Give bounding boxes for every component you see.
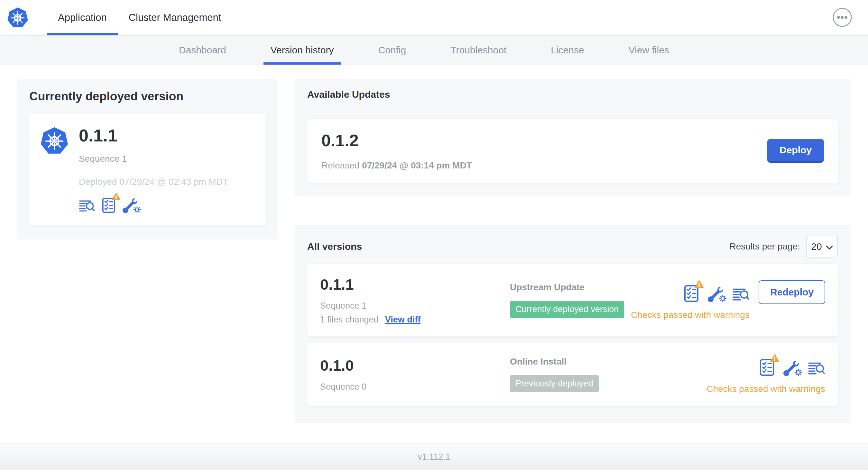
all-versions-header: All versions Results per page: 20: [307, 236, 838, 258]
available-updates-panel: Available Updates 0.1.2 Released 07/29/2…: [294, 79, 851, 196]
version-row-actions: Checks passed with warnings: [707, 354, 825, 394]
files-changed: 1 files changed View diff: [320, 315, 510, 325]
tab-troubleshoot[interactable]: Troubleshoot: [449, 36, 508, 65]
version-row-left: 0.1.0 Sequence 0: [320, 357, 510, 392]
primary-nav: Application Cluster Management: [47, 0, 232, 35]
version-row-middle: Online Install Previously deployed: [510, 357, 707, 392]
more-menu-button[interactable]: [832, 7, 852, 28]
update-version-number: 0.1.2: [321, 131, 472, 150]
app-header: Application Cluster Management: [0, 0, 868, 36]
warning-triangle-icon: [694, 280, 704, 290]
update-card: 0.1.2 Released 07/29/24 @ 03:14 pm MDT D…: [307, 119, 838, 183]
kubernetes-logo-icon[interactable]: [7, 6, 28, 29]
app-footer: v1.112.1: [0, 443, 868, 470]
current-version-panel: Currently deployed version: [17, 79, 278, 239]
version-row-actions: Checks passed with warnings Redeploy: [631, 280, 825, 320]
results-per-page-select[interactable]: 20: [806, 236, 838, 258]
file-search-icon[interactable]: [808, 361, 825, 376]
deployed-version-number: 0.1.1: [79, 126, 228, 145]
version-sequence: Sequence 1: [320, 301, 510, 311]
version-sequence: Sequence 0: [320, 382, 510, 392]
results-per-page: Results per page: 20: [730, 236, 838, 258]
config-wrench-icon[interactable]: [123, 198, 137, 213]
version-source: Online Install: [510, 357, 707, 367]
checks-status-link[interactable]: Checks passed with warnings: [707, 384, 825, 394]
version-row: 0.1.0 Sequence 0 Online Install Previous…: [307, 343, 838, 406]
version-row: 0.1.1 Sequence 1 1 files changed View di…: [307, 264, 838, 336]
config-wrench-icon[interactable]: [783, 361, 799, 376]
deployed-timestamp: Deployed 07/29/24 @ 02:43 pm MDT: [79, 177, 228, 187]
console-version: v1.112.1: [417, 452, 451, 462]
config-wrench-icon[interactable]: [708, 287, 723, 302]
tab-application-label: Application: [58, 12, 107, 24]
status-badge: Currently deployed version: [510, 301, 624, 318]
warning-triangle-icon: [112, 192, 121, 202]
tab-version-history[interactable]: Version history: [269, 36, 335, 65]
version-row-middle: Upstream Update Currently deployed versi…: [510, 282, 631, 318]
admin-console-page: Application Cluster Management Dashboard…: [0, 0, 868, 470]
preflight-checklist-icon[interactable]: [102, 197, 116, 213]
app-subnav: Dashboard Version history Config Trouble…: [0, 36, 868, 65]
tab-view-files[interactable]: View files: [627, 36, 671, 65]
preflight-checklist-icon[interactable]: [760, 359, 774, 376]
gear-icon: [718, 294, 727, 304]
right-column: Available Updates 0.1.2 Released 07/29/2…: [294, 79, 851, 423]
ellipsis-icon: [832, 7, 852, 28]
preflight-checklist-icon[interactable]: [684, 285, 699, 302]
available-updates-title: Available Updates: [307, 89, 838, 100]
main-content: Currently deployed version: [0, 65, 868, 423]
update-info: 0.1.2 Released 07/29/24 @ 03:14 pm MDT: [321, 131, 472, 171]
version-number: 0.1.0: [320, 357, 510, 374]
current-version-title: Currently deployed version: [29, 90, 266, 103]
gear-icon: [133, 205, 141, 215]
gear-icon: [794, 368, 803, 378]
chevron-down-icon: [826, 241, 833, 252]
tab-dashboard[interactable]: Dashboard: [178, 36, 227, 65]
deployed-version-info: 0.1.1 Sequence 1 Deployed 07/29/24 @ 02:…: [79, 125, 228, 213]
deploy-button[interactable]: Deploy: [767, 139, 824, 163]
version-source: Upstream Update: [510, 282, 631, 293]
status-badge: Previously deployed: [510, 375, 599, 392]
file-search-icon[interactable]: [79, 199, 95, 213]
checks-status-link[interactable]: Checks passed with warnings: [631, 310, 750, 320]
deployed-version-card: 0.1.1 Sequence 1 Deployed 07/29/24 @ 02:…: [29, 114, 266, 225]
version-number: 0.1.1: [320, 275, 510, 293]
tab-license[interactable]: License: [550, 36, 585, 65]
tab-config[interactable]: Config: [377, 36, 408, 65]
file-search-icon[interactable]: [732, 288, 750, 302]
deployed-sequence: Sequence 1: [79, 154, 228, 164]
all-versions-title: All versions: [307, 241, 362, 252]
tab-application[interactable]: Application: [47, 0, 118, 35]
left-column: Currently deployed version: [17, 79, 278, 239]
update-released-timestamp: Released 07/29/24 @ 03:14 pm MDT: [321, 160, 472, 171]
version-row-left: 0.1.1 Sequence 1 1 files changed View di…: [320, 275, 510, 325]
view-diff-link[interactable]: View diff: [385, 315, 421, 325]
deployed-version-actions: [79, 197, 228, 213]
tab-cluster-management[interactable]: Cluster Management: [118, 0, 232, 35]
all-versions-panel: All versions Results per page: 20: [294, 225, 851, 423]
redeploy-button[interactable]: Redeploy: [758, 280, 825, 304]
warning-triangle-icon: [770, 354, 779, 364]
results-per-page-label: Results per page:: [730, 241, 800, 252]
tab-cluster-management-label: Cluster Management: [129, 12, 221, 24]
kubernetes-app-icon: [40, 126, 68, 156]
